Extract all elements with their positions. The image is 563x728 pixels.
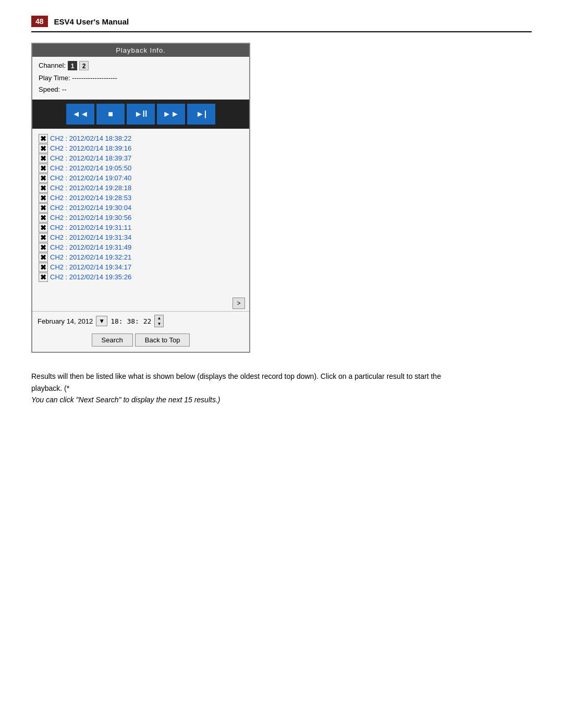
- panel-info: Channel: 1 2 Play Time: ----------------…: [32, 57, 249, 96]
- channel-btn-1[interactable]: 1: [68, 61, 77, 70]
- result-item[interactable]: CH2 : 2012/02/14 19:28:53: [39, 193, 243, 202]
- stop-button[interactable]: ■: [96, 104, 125, 125]
- result-icon: [39, 154, 49, 162]
- time-down-button[interactable]: ▼: [155, 321, 163, 327]
- result-text: CH2 : 2012/02/14 19:35:26: [50, 273, 131, 281]
- result-text: CH2 : 2012/02/14 19:07:40: [50, 174, 131, 182]
- result-text: CH2 : 2012/02/14 19:34:17: [50, 263, 131, 271]
- date-time-row: February 14, 2012 ▼ 18: 38: 22 ▲ ▼: [32, 311, 249, 330]
- channel-label: Channel:: [39, 60, 66, 71]
- result-text: CH2 : 2012/02/14 19:30:04: [50, 204, 131, 212]
- result-icon: [39, 273, 49, 281]
- play-pause-button[interactable]: ►ll: [127, 104, 155, 125]
- page: 48 ESV4 User's Manual Playback Info. Cha…: [0, 0, 563, 728]
- description-main: Results will then be listed like what is…: [31, 372, 441, 392]
- result-item[interactable]: CH2 : 2012/02/14 19:31:11: [39, 223, 243, 231]
- result-item[interactable]: CH2 : 2012/02/14 19:30:04: [39, 203, 243, 212]
- result-item[interactable]: CH2 : 2012/02/14 19:32:21: [39, 253, 243, 261]
- time-hour: 18: [111, 317, 119, 325]
- result-icon: [39, 144, 49, 152]
- result-text: CH2 : 2012/02/14 18:39:37: [50, 154, 131, 162]
- description-italic: You can click "Next Search" to display t…: [31, 396, 220, 404]
- result-item[interactable]: CH2 : 2012/02/14 18:38:22: [39, 134, 243, 142]
- result-text: CH2 : 2012/02/14 19:31:49: [50, 243, 131, 251]
- speed-row: Speed: --: [39, 84, 243, 95]
- play-time-row: Play Time: --------------------: [39, 72, 243, 84]
- result-icon: [39, 183, 49, 192]
- result-item[interactable]: CH2 : 2012/02/14 19:34:17: [39, 263, 243, 271]
- speed-label: Speed:: [39, 85, 60, 93]
- back-to-top-button[interactable]: Back to Top: [135, 334, 190, 347]
- result-icon: [39, 174, 49, 182]
- result-icon: [39, 243, 49, 251]
- result-text: CH2 : 2012/02/14 18:39:16: [50, 144, 131, 152]
- result-item[interactable]: CH2 : 2012/02/14 19:07:40: [39, 174, 243, 182]
- result-item[interactable]: CH2 : 2012/02/14 19:31:34: [39, 233, 243, 241]
- page-number: 48: [31, 16, 48, 27]
- manual-title: ESV4 User's Manual: [54, 17, 129, 26]
- result-item[interactable]: CH2 : 2012/02/14 18:39:37: [39, 154, 243, 162]
- result-item[interactable]: CH2 : 2012/02/14 19:31:49: [39, 243, 243, 251]
- channel-row: Channel: 1 2: [39, 60, 243, 71]
- result-text: CH2 : 2012/02/14 19:05:50: [50, 164, 131, 172]
- date-dropdown[interactable]: ▼: [96, 316, 107, 326]
- search-button[interactable]: Search: [92, 334, 133, 347]
- result-item[interactable]: CH2 : 2012/02/14 19:30:56: [39, 213, 243, 221]
- result-icon: [39, 164, 49, 172]
- result-icon: [39, 203, 49, 212]
- result-icon: [39, 193, 49, 202]
- time-up-button[interactable]: ▲: [155, 315, 163, 321]
- dropdown-arrow: ▼: [99, 317, 105, 325]
- result-text: CH2 : 2012/02/14 19:28:18: [50, 184, 131, 192]
- action-buttons-row: Search Back to Top: [32, 330, 249, 352]
- rewind-button[interactable]: ◄◄: [66, 104, 94, 125]
- result-item[interactable]: CH2 : 2012/02/14 19:28:18: [39, 183, 243, 192]
- result-icon: [39, 233, 49, 241]
- speed-value: --: [62, 85, 67, 93]
- result-text: CH2 : 2012/02/14 19:30:56: [50, 214, 131, 221]
- play-time-value: --------------------: [72, 74, 117, 82]
- time-display: 18: 38: 22: [111, 317, 151, 325]
- result-text: CH2 : 2012/02/14 19:31:34: [50, 233, 131, 241]
- description-text: Results will then be listed like what is…: [31, 371, 459, 405]
- result-text: CH2 : 2012/02/14 19:28:53: [50, 194, 131, 202]
- next-page-button[interactable]: >: [232, 298, 245, 309]
- time-spinner[interactable]: ▲ ▼: [154, 315, 164, 327]
- result-item[interactable]: CH2 : 2012/02/14 18:39:16: [39, 144, 243, 152]
- next-btn-row: >: [32, 295, 249, 311]
- result-icon: [39, 253, 49, 261]
- result-icon: [39, 134, 49, 142]
- content-area: Playback Info. Channel: 1 2 Play Time: -…: [31, 43, 532, 405]
- next-frame-button[interactable]: ►|: [187, 104, 215, 125]
- result-item[interactable]: CH2 : 2012/02/14 19:35:26: [39, 273, 243, 281]
- result-text: CH2 : 2012/02/14 19:31:11: [50, 224, 131, 231]
- results-list: CH2 : 2012/02/14 18:38:22CH2 : 2012/02/1…: [32, 129, 249, 295]
- panel-titlebar: Playback Info.: [32, 44, 249, 57]
- playback-controls: ◄◄ ■ ►ll ►► ►|: [32, 100, 249, 129]
- result-icon: [39, 263, 49, 271]
- playback-panel: Playback Info. Channel: 1 2 Play Time: -…: [31, 43, 250, 353]
- result-icon: [39, 223, 49, 231]
- result-text: CH2 : 2012/02/14 19:32:21: [50, 253, 131, 261]
- result-item[interactable]: CH2 : 2012/02/14 19:05:50: [39, 164, 243, 172]
- result-text: CH2 : 2012/02/14 18:38:22: [50, 134, 131, 142]
- result-icon: [39, 213, 49, 221]
- time-second: 22: [143, 317, 152, 325]
- fast-forward-button[interactable]: ►►: [157, 104, 185, 125]
- channel-btn-2[interactable]: 2: [79, 61, 89, 70]
- play-time-label: Play Time:: [39, 74, 70, 82]
- date-label: February 14, 2012: [38, 317, 93, 325]
- time-minute: 38: [127, 317, 135, 325]
- page-header: 48 ESV4 User's Manual: [31, 16, 532, 32]
